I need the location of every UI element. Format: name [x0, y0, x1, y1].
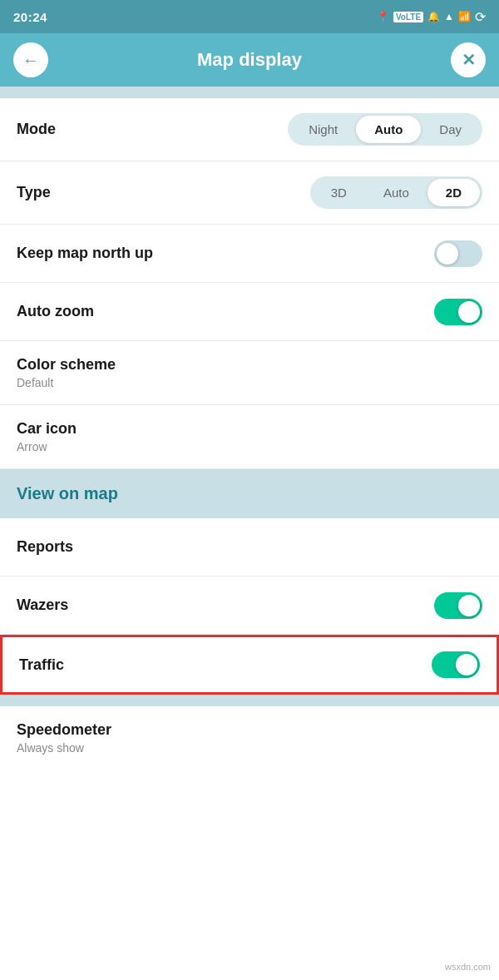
watermark: wsxdn.com	[445, 962, 491, 972]
volte-badge: VoLTE	[393, 12, 423, 22]
status-icons: 📍 VoLTE 🔔 ▲ 📶 ⟳	[377, 9, 486, 25]
close-button[interactable]: ✕	[451, 42, 486, 77]
speedometer-row[interactable]: Speedometer Always show	[0, 706, 499, 770]
close-icon: ✕	[462, 50, 476, 70]
traffic-toggle[interactable]: ✓	[432, 651, 480, 678]
type-option-2d[interactable]: 2D	[427, 179, 480, 206]
auto-zoom-toggle[interactable]: ✓	[434, 299, 482, 325]
page-header: ← Map display ✕	[0, 33, 499, 87]
type-option-auto[interactable]: Auto	[365, 179, 427, 206]
car-icon-label: Car icon	[17, 420, 77, 438]
wazers-row: Wazers ✓	[0, 577, 499, 635]
traffic-row: Traffic ✓	[0, 635, 499, 695]
auto-zoom-track: ✓	[434, 299, 482, 325]
type-label: Type	[17, 184, 51, 201]
auto-zoom-label: Auto zoom	[17, 303, 94, 320]
view-on-map-group: Reports Wazers ✓ Traffic ✓	[0, 518, 499, 695]
car-icon-value: Arrow	[17, 440, 77, 453]
keep-map-north-up-track	[434, 240, 482, 267]
car-icon-row[interactable]: Car icon Arrow	[0, 405, 499, 469]
color-scheme-label-group: Color scheme Default	[17, 356, 116, 389]
mode-row: Mode Night Auto Day	[0, 98, 499, 161]
speedometer-group: Speedometer Always show	[0, 706, 499, 770]
auto-zoom-thumb: ✓	[458, 301, 480, 323]
mode-option-auto[interactable]: Auto	[356, 116, 421, 143]
signal-icon: 📶	[458, 11, 471, 22]
reports-row[interactable]: Reports	[0, 518, 499, 577]
view-on-map-title: View on map	[17, 484, 118, 502]
car-icon-label-group: Car icon Arrow	[17, 420, 77, 453]
back-button[interactable]: ←	[13, 42, 48, 77]
type-option-3d[interactable]: 3D	[313, 179, 365, 206]
status-bar: 20:24 📍 VoLTE 🔔 ▲ 📶 ⟳	[0, 0, 499, 33]
wifi-icon: ▲	[444, 11, 454, 22]
color-scheme-label: Color scheme	[17, 356, 116, 374]
speedometer-label: Speedometer	[17, 721, 111, 739]
auto-zoom-check-icon: ✓	[464, 305, 474, 319]
battery-icon: ⟳	[475, 9, 486, 25]
keep-map-north-up-row: Keep map north up	[0, 225, 499, 283]
traffic-label: Traffic	[19, 656, 64, 674]
wazers-toggle[interactable]: ✓	[434, 592, 482, 619]
wazers-track: ✓	[434, 592, 482, 619]
color-scheme-value: Default	[17, 376, 116, 389]
location-icon: 📍	[377, 11, 389, 22]
keep-map-north-up-thumb	[437, 243, 458, 265]
type-segmented-control[interactable]: 3D Auto 2D	[310, 176, 482, 209]
traffic-check-icon: ✓	[462, 658, 472, 671]
bottom-divider	[0, 695, 499, 706]
mode-segmented-control[interactable]: Night Auto Day	[288, 113, 482, 146]
speedometer-label-group: Speedometer Always show	[17, 721, 111, 755]
back-icon: ←	[22, 51, 39, 70]
top-divider	[0, 87, 499, 98]
wazers-label: Wazers	[17, 596, 68, 614]
reports-label: Reports	[17, 538, 73, 556]
keep-map-north-up-label: Keep map north up	[17, 245, 153, 262]
settings-group: Mode Night Auto Day Type 3D Auto 2D Keep…	[0, 98, 499, 469]
color-scheme-row[interactable]: Color scheme Default	[0, 341, 499, 405]
mode-option-night[interactable]: Night	[290, 116, 356, 143]
wazers-thumb: ✓	[458, 595, 480, 616]
page-title: Map display	[48, 49, 451, 71]
status-time: 20:24	[13, 10, 47, 24]
bell-icon: 🔔	[427, 11, 440, 22]
type-row: Type 3D Auto 2D	[0, 161, 499, 225]
traffic-track: ✓	[432, 651, 480, 678]
view-on-map-section-header: View on map	[0, 469, 499, 518]
speedometer-value: Always show	[17, 741, 111, 755]
auto-zoom-row: Auto zoom ✓	[0, 283, 499, 341]
keep-map-north-up-toggle[interactable]	[434, 240, 482, 267]
mode-label: Mode	[17, 121, 56, 138]
traffic-thumb: ✓	[456, 654, 477, 676]
mode-option-day[interactable]: Day	[421, 116, 480, 143]
wazers-check-icon: ✓	[464, 599, 474, 612]
